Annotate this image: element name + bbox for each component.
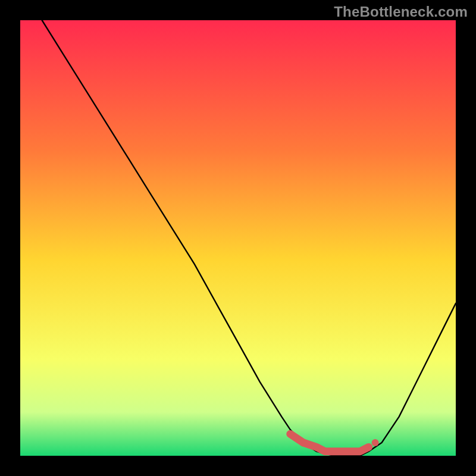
chart-svg: [20, 20, 456, 456]
gradient-background: [20, 20, 456, 456]
plot-area: [20, 20, 456, 456]
watermark-text: TheBottleneck.com: [334, 4, 468, 20]
chart-frame: TheBottleneck.com: [0, 0, 476, 476]
optimal-range-end-dot: [372, 439, 379, 446]
